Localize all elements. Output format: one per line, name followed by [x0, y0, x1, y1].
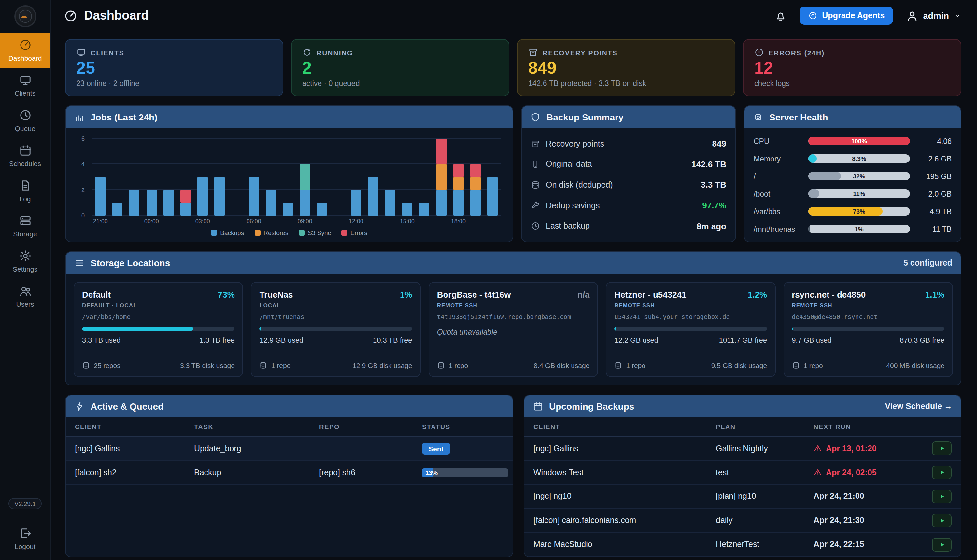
user-menu[interactable]: admin: [906, 10, 961, 22]
storage-card-truenas[interactable]: TrueNas1% LOCAL /mnt/truenas 12.9 GB use…: [251, 282, 421, 377]
summary-label: Original data: [546, 160, 592, 169]
summary-label: On disk (deduped): [546, 180, 613, 190]
stat-sub: 142.6 TB protected · 3.3 TB on disk: [528, 80, 724, 87]
run-now-button[interactable]: [932, 466, 952, 479]
health-label: /mnt/truenas: [754, 225, 803, 233]
summary-value: 97.7%: [702, 200, 726, 210]
server-health-panel: Server Health CPU 100% 4.06 Memory 8.3% …: [744, 105, 961, 242]
storage-used-free: 12.2 GB used1011.7 GB free: [614, 336, 767, 344]
sidebar-item-log[interactable]: Log: [0, 173, 50, 208]
stat-card-recovery-points[interactable]: RECOVERY POINTS 849 142.6 TB protected ·…: [517, 39, 735, 97]
table-row[interactable]: Marc MacStudio HetznerTest Apr 24, 22:15: [524, 533, 961, 557]
storage-disk-usage: 3.3 TB disk usage: [180, 362, 235, 369]
progress-bar: 13%: [422, 468, 508, 477]
storage-repos: 1 repo: [626, 362, 645, 369]
storage-repos: 25 repos: [94, 362, 120, 369]
col-client: CLIENT: [534, 423, 716, 430]
backup-summary-title: Backup Summary: [547, 112, 624, 122]
storage-card-rsyncnet[interactable]: rsync.net - de48501.1% REMOTE SSH de4350…: [783, 282, 953, 377]
summary-row-last-backup: Last backup 8m ago: [531, 221, 726, 231]
app-logo[interactable]: [14, 5, 36, 27]
server-icon: [18, 214, 32, 227]
table-row[interactable]: [ngc] Gallins Update_borg -- Sent: [66, 437, 513, 461]
stat-head: RUNNING: [302, 48, 498, 57]
storage-card-default[interactable]: Default73% DEFAULT · LOCAL /var/bbs/home…: [73, 282, 243, 377]
legend-item-backups: Backups: [211, 229, 244, 236]
storage-disk-usage: 400 MB disk usage: [886, 362, 944, 369]
summary-row-dedup-savings: Dedup savings 97.7%: [531, 200, 726, 210]
run-now-button[interactable]: [932, 442, 952, 455]
gauge-icon: [18, 38, 32, 52]
run-now-button[interactable]: [932, 490, 952, 503]
clock-icon: [18, 109, 32, 122]
app-logo-wrap: [0, 0, 50, 33]
storage-usage-bar: [82, 327, 235, 331]
mid-row: Jobs (Last 24h) 0246 21:0000:0003:0006:0…: [65, 105, 961, 242]
sidebar-item-schedules[interactable]: Schedules: [0, 138, 50, 173]
sidebar-item-label: Users: [16, 300, 34, 308]
bell-icon: [774, 10, 787, 22]
upcoming-backups-title: Upcoming Backups: [549, 401, 634, 412]
storage-footer: 1 repo 400 MB disk usage: [792, 355, 944, 369]
storage-footer: 1 repo 8.4 GB disk usage: [437, 355, 590, 369]
stat-value: 12: [754, 58, 950, 78]
version-badge: V2.29.1: [8, 498, 42, 509]
storage-pct: n/a: [574, 290, 590, 300]
storage-type: DEFAULT · LOCAL: [82, 302, 235, 308]
stat-card-errors[interactable]: ERRORS (24H) 12 check logs: [743, 39, 961, 97]
logout-button[interactable]: Logout: [0, 521, 50, 556]
table-row[interactable]: Windows Test test Apr 24, 02:05: [524, 461, 961, 485]
progress-label: 13%: [425, 469, 438, 476]
cell-plan: test: [716, 468, 814, 477]
health-pct: 1%: [808, 225, 910, 233]
storage-type: REMOTE SSH: [437, 302, 590, 308]
health-value: 4.06: [915, 137, 952, 145]
wrench-icon: [531, 201, 540, 210]
stats-row: CLIENTS 25 23 online · 2 offline RUNNING…: [65, 39, 961, 97]
storage-card-hetzner[interactable]: Hetzner - u5432411.2% REMOTE SSH u543241…: [606, 282, 775, 377]
legend-label: Restores: [263, 229, 288, 236]
play-icon: [939, 446, 945, 452]
sidebar-item-storage[interactable]: Storage: [0, 208, 50, 243]
cell-client: [falcon] cairo.falconians.com: [534, 516, 716, 525]
storage-path: /mnt/truenas: [260, 313, 412, 320]
run-now-button[interactable]: [932, 514, 952, 527]
sidebar-item-clients[interactable]: Clients: [0, 68, 50, 103]
table-row[interactable]: [falcon] sh2 Backup [repo] sh6 13%: [66, 461, 513, 485]
view-schedule-link[interactable]: View Schedule →: [885, 402, 952, 411]
storage-cards: Default73% DEFAULT · LOCAL /var/bbs/home…: [66, 274, 961, 385]
upgrade-agents-label: Upgrade Agents: [822, 11, 885, 20]
sidebar-item-settings[interactable]: Settings: [0, 243, 50, 279]
warning-icon: [814, 468, 822, 477]
storage-card-borgbase[interactable]: BorgBase - t4t16wn/a REMOTE SSH t4t1938q…: [428, 282, 598, 377]
run-now-button[interactable]: [932, 538, 952, 551]
sidebar-item-label: Schedules: [9, 160, 41, 167]
stat-card-clients[interactable]: CLIENTS 25 23 online · 2 offline: [65, 39, 283, 97]
sidebar-item-queue[interactable]: Queue: [0, 103, 50, 138]
main-area: Dashboard Upgrade Agents admin: [51, 0, 977, 560]
storage-quota-note: Quota unavailable: [437, 328, 590, 336]
dashboard-app: Dashboard Clients Queue Schedules Log St…: [0, 0, 977, 560]
cell-repo: [repo] sh6: [319, 468, 422, 477]
table-row[interactable]: [ngc] Gallins Gallins Nightly Apr 13, 01…: [524, 437, 961, 461]
health-value: 2.6 GB: [915, 155, 952, 162]
chip-icon: [753, 112, 764, 122]
log-icon: [18, 179, 32, 192]
health-row-root: / 32% 195 GB: [754, 172, 952, 180]
health-value: 4.9 TB: [915, 207, 952, 215]
table-row[interactable]: [ngc] ng10 [plan] ng10 Apr 24, 21:00: [524, 485, 961, 509]
upgrade-agents-button[interactable]: Upgrade Agents: [800, 7, 893, 25]
sidebar-item-dashboard[interactable]: Dashboard: [0, 33, 50, 68]
logout-icon: [18, 527, 32, 540]
stat-value: 849: [528, 58, 724, 78]
storage-disk-usage: 12.9 GB disk usage: [352, 362, 412, 369]
active-queued-header: Active & Queued: [66, 395, 513, 417]
calendar-icon: [18, 144, 32, 157]
users-icon: [18, 285, 32, 298]
stat-card-running[interactable]: RUNNING 2 active · 0 queued: [291, 39, 509, 97]
storage-path: de4350@de4850.rsync.net: [792, 313, 944, 320]
table-row[interactable]: [falcon] cairo.falconians.com daily Apr …: [524, 509, 961, 533]
sidebar-item-users[interactable]: Users: [0, 279, 50, 314]
summary-value: 3.3 TB: [701, 180, 726, 190]
notifications-button[interactable]: [774, 10, 787, 22]
